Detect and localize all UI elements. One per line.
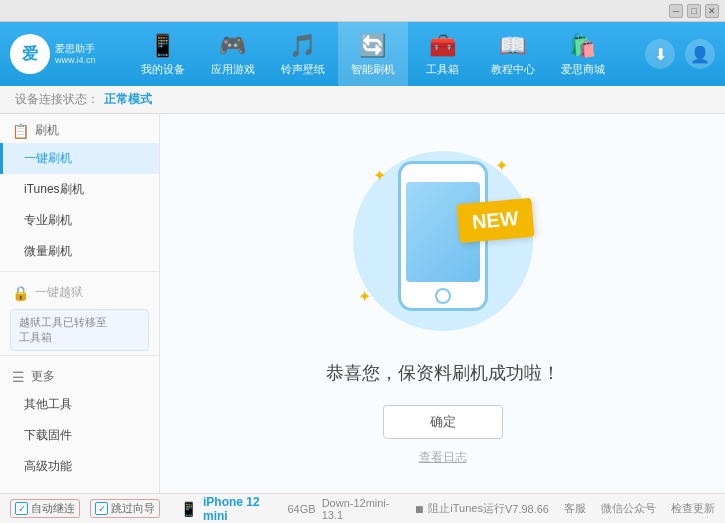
device-version: Down-12mini-13.1 [322, 497, 405, 521]
bottom-left: ✓ 自动继连 ✓ 跳过向导 📱 iPhone 12 mini 64GB Down… [10, 495, 414, 523]
nav-my-device[interactable]: 📱 我的设备 [128, 22, 198, 86]
main-layout: 📋 刷机 一键刷机 iTunes刷机 专业刷机 微量刷机 🔒 一键越狱 越狱工具… [0, 114, 725, 493]
sidebar-item-advanced[interactable]: 高级功能 [0, 451, 159, 482]
skip-wizard-checkbox[interactable]: ✓ 跳过向导 [90, 499, 160, 518]
maximize-button[interactable]: □ [687, 4, 701, 18]
more-section-icon: ☰ [12, 369, 25, 385]
nav-right-buttons: ⬇ 👤 [645, 39, 715, 69]
logo-text: 爱思助手 www.i4.cn [55, 42, 96, 67]
customer-service-link[interactable]: 客服 [564, 501, 586, 516]
success-text: 恭喜您，保资料刷机成功啦！ [326, 361, 560, 385]
sidebar-item-other-tools[interactable]: 其他工具 [0, 389, 159, 420]
sidebar-divider-1 [0, 271, 159, 272]
minimize-button[interactable]: ─ [669, 4, 683, 18]
nav-shop[interactable]: 🛍️ 爱思商城 [548, 22, 618, 86]
device-info: 📱 iPhone 12 mini 64GB Down-12mini-13.1 [170, 495, 414, 523]
nav-ringtones[interactable]: 🎵 铃声壁纸 [268, 22, 338, 86]
phone-home-btn [435, 288, 451, 304]
close-button[interactable]: ✕ [705, 4, 719, 18]
user-button[interactable]: 👤 [685, 39, 715, 69]
sidebar-divider-2 [0, 355, 159, 356]
nav-smart-flash[interactable]: 🔄 智能刷机 [338, 22, 408, 86]
sidebar-section-more: ☰ 更多 [0, 360, 159, 389]
phone-illustration: ✦ ✦ ✦ NEW [343, 141, 543, 341]
sidebar-item-one-key-flash[interactable]: 一键刷机 [0, 143, 159, 174]
stop-itunes-button[interactable]: ⏹ 阻止iTunes运行 [414, 501, 505, 516]
status-label: 设备连接状态： [15, 91, 99, 108]
sidebar-item-download-firmware[interactable]: 下载固件 [0, 420, 159, 451]
nav-apps-games[interactable]: 🎮 应用游戏 [198, 22, 268, 86]
sparkle-icon-1: ✦ [373, 166, 386, 185]
jailbreak-notice: 越狱工具已转移至工具箱 [10, 309, 149, 351]
bottom-bar: ✓ 自动继连 ✓ 跳过向导 📱 iPhone 12 mini 64GB Down… [0, 493, 725, 523]
nav-shop-icon: 🛍️ [569, 33, 596, 59]
download-button[interactable]: ⬇ [645, 39, 675, 69]
sidebar-section-flash: 📋 刷机 [0, 114, 159, 143]
nav-flash-icon: 🔄 [359, 33, 386, 59]
sidebar-item-save-flash[interactable]: 微量刷机 [0, 236, 159, 267]
sparkle-icon-2: ✦ [495, 156, 508, 175]
top-nav: 爱 爱思助手 www.i4.cn 📱 我的设备 🎮 应用游戏 🎵 铃声壁纸 🔄 … [0, 22, 725, 86]
sidebar: 📋 刷机 一键刷机 iTunes刷机 专业刷机 微量刷机 🔒 一键越狱 越狱工具… [0, 114, 160, 493]
version-label: V7.98.66 [505, 503, 549, 515]
skip-wizard-check-icon: ✓ [95, 502, 108, 515]
sidebar-item-pro-flash[interactable]: 专业刷机 [0, 205, 159, 236]
status-bar: 设备连接状态： 正常模式 [0, 86, 725, 114]
confirm-button[interactable]: 确定 [383, 405, 503, 439]
wechat-link[interactable]: 微信公众号 [601, 501, 656, 516]
sparkle-icon-3: ✦ [358, 287, 371, 306]
sidebar-item-itunes-flash[interactable]: iTunes刷机 [0, 174, 159, 205]
logo-area: 爱 爱思助手 www.i4.cn [10, 34, 100, 74]
nav-device-icon: 📱 [149, 33, 176, 59]
jailbreak-lock-icon: 🔒 [12, 285, 29, 301]
auto-connect-checkbox[interactable]: ✓ 自动继连 [10, 499, 80, 518]
content-area: ✦ ✦ ✦ NEW 恭喜您，保资料刷机成功啦！ 确定 查看日志 [160, 114, 725, 493]
gallery-link[interactable]: 查看日志 [419, 449, 467, 466]
nav-toolbox-icon: 🧰 [429, 33, 456, 59]
sidebar-section-jailbreak: 🔒 一键越狱 [0, 276, 159, 305]
device-phone-icon: 📱 [180, 501, 197, 517]
new-badge: NEW [456, 198, 534, 243]
nav-tutorial-icon: 📖 [499, 33, 526, 59]
flash-section-icon: 📋 [12, 123, 29, 139]
nav-apps-icon: 🎮 [219, 33, 246, 59]
status-value: 正常模式 [104, 91, 152, 108]
device-name: iPhone 12 mini [203, 495, 281, 523]
nav-items: 📱 我的设备 🎮 应用游戏 🎵 铃声壁纸 🔄 智能刷机 🧰 工具箱 📖 教程中心… [100, 22, 645, 86]
bottom-right: V7.98.66 客服 微信公众号 检查更新 [505, 501, 715, 516]
check-update-link[interactable]: 检查更新 [671, 501, 715, 516]
nav-tutorial[interactable]: 📖 教程中心 [478, 22, 548, 86]
nav-toolbox[interactable]: 🧰 工具箱 [408, 22, 478, 86]
logo-icon: 爱 [10, 34, 50, 74]
title-bar: ─ □ ✕ [0, 0, 725, 22]
stop-icon: ⏹ [414, 503, 425, 515]
device-storage: 64GB [287, 503, 315, 515]
auto-connect-check-icon: ✓ [15, 502, 28, 515]
nav-ringtones-icon: 🎵 [289, 33, 316, 59]
